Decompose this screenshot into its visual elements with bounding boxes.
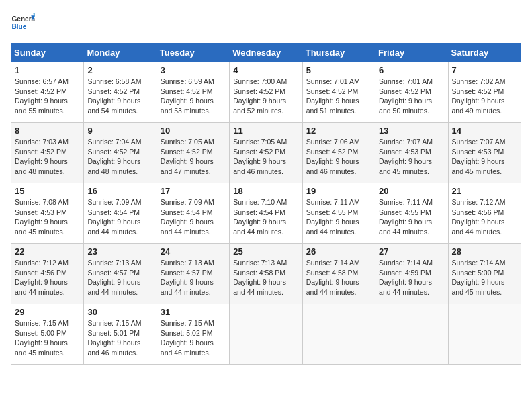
- day-detail: Sunrise: 7:13 AMSunset: 4:57 PMDaylight:…: [87, 259, 141, 296]
- day-number: 2: [87, 65, 152, 75]
- calendar-cell: 13 Sunrise: 7:07 AMSunset: 4:53 PMDaylig…: [375, 123, 448, 183]
- day-number: 12: [306, 126, 371, 136]
- day-number: 13: [379, 126, 444, 136]
- calendar-cell: 9 Sunrise: 7:04 AMSunset: 4:52 PMDayligh…: [84, 123, 157, 183]
- calendar-cell: 18 Sunrise: 7:10 AMSunset: 4:54 PMDaylig…: [230, 183, 302, 244]
- day-detail: Sunrise: 7:09 AMSunset: 4:54 PMDaylight:…: [161, 198, 214, 236]
- weekday-header-thursday: Thursday: [302, 44, 375, 62]
- calendar-cell: 24 Sunrise: 7:13 AMSunset: 4:57 PMDaylig…: [157, 244, 229, 304]
- day-detail: Sunrise: 7:13 AMSunset: 4:57 PMDaylight:…: [161, 259, 214, 296]
- calendar-week-row: 29 Sunrise: 7:15 AMSunset: 5:00 PMDaylig…: [11, 304, 521, 365]
- calendar-cell: 26 Sunrise: 7:14 AMSunset: 4:58 PMDaylig…: [302, 244, 375, 304]
- calendar-cell: 25 Sunrise: 7:13 AMSunset: 4:58 PMDaylig…: [230, 244, 302, 304]
- calendar-cell: 22 Sunrise: 7:12 AMSunset: 4:56 PMDaylig…: [11, 244, 84, 304]
- calendar-cell: 10 Sunrise: 7:05 AMSunset: 4:52 PMDaylig…: [157, 123, 229, 183]
- day-number: 26: [306, 246, 371, 257]
- day-detail: Sunrise: 7:11 AMSunset: 4:55 PMDaylight:…: [306, 198, 360, 236]
- weekday-header-monday: Monday: [84, 44, 157, 62]
- day-detail: Sunrise: 7:05 AMSunset: 4:52 PMDaylight:…: [161, 138, 214, 175]
- calendar-cell: 19 Sunrise: 7:11 AMSunset: 4:55 PMDaylig…: [302, 183, 375, 244]
- day-number: 4: [233, 65, 298, 75]
- day-number: 8: [15, 126, 80, 136]
- logo-icon: General Blue: [11, 11, 35, 35]
- day-number: 14: [452, 126, 517, 136]
- calendar-table: SundayMondayTuesdayWednesdayThursdayFrid…: [11, 43, 521, 365]
- calendar-cell: 21 Sunrise: 7:12 AMSunset: 4:56 PMDaylig…: [448, 183, 521, 244]
- day-detail: Sunrise: 7:08 AMSunset: 4:53 PMDaylight:…: [15, 198, 69, 236]
- day-detail: Sunrise: 7:15 AMSunset: 5:01 PMDaylight:…: [87, 319, 141, 357]
- day-detail: Sunrise: 6:59 AMSunset: 4:52 PMDaylight:…: [161, 77, 214, 115]
- calendar-cell: 14 Sunrise: 7:07 AMSunset: 4:53 PMDaylig…: [448, 123, 521, 183]
- calendar-cell: [302, 304, 375, 365]
- day-number: 20: [379, 186, 444, 196]
- day-number: 9: [87, 126, 152, 136]
- weekday-header-saturday: Saturday: [448, 44, 521, 62]
- day-number: 11: [233, 126, 298, 136]
- day-detail: Sunrise: 7:12 AMSunset: 4:56 PMDaylight:…: [452, 198, 506, 236]
- day-detail: Sunrise: 7:14 AMSunset: 5:00 PMDaylight:…: [452, 259, 506, 296]
- day-detail: Sunrise: 7:05 AMSunset: 4:52 PMDaylight:…: [233, 138, 287, 175]
- calendar-cell: 3 Sunrise: 6:59 AMSunset: 4:52 PMDayligh…: [157, 62, 229, 123]
- day-number: 24: [161, 246, 226, 257]
- day-detail: Sunrise: 7:09 AMSunset: 4:54 PMDaylight:…: [87, 198, 141, 236]
- day-number: 28: [452, 246, 517, 257]
- day-number: 30: [87, 307, 152, 317]
- day-number: 23: [87, 246, 152, 257]
- calendar-week-row: 22 Sunrise: 7:12 AMSunset: 4:56 PMDaylig…: [11, 244, 521, 304]
- day-number: 10: [161, 126, 226, 136]
- day-detail: Sunrise: 7:01 AMSunset: 4:52 PMDaylight:…: [379, 77, 433, 115]
- day-number: 16: [87, 186, 152, 196]
- day-number: 27: [379, 246, 444, 257]
- day-detail: Sunrise: 7:00 AMSunset: 4:52 PMDaylight:…: [233, 77, 287, 115]
- day-number: 1: [15, 65, 80, 75]
- calendar-cell: 11 Sunrise: 7:05 AMSunset: 4:52 PMDaylig…: [230, 123, 302, 183]
- weekday-header-wednesday: Wednesday: [230, 44, 302, 62]
- calendar-cell: [448, 304, 521, 365]
- day-detail: Sunrise: 7:01 AMSunset: 4:52 PMDaylight:…: [306, 77, 360, 115]
- calendar-cell: 28 Sunrise: 7:14 AMSunset: 5:00 PMDaylig…: [448, 244, 521, 304]
- day-number: 22: [15, 246, 80, 257]
- day-detail: Sunrise: 7:10 AMSunset: 4:54 PMDaylight:…: [233, 198, 287, 236]
- day-detail: Sunrise: 6:57 AMSunset: 4:52 PMDaylight:…: [15, 77, 69, 115]
- calendar-body: 1 Sunrise: 6:57 AMSunset: 4:52 PMDayligh…: [11, 62, 521, 365]
- weekday-header-friday: Friday: [375, 44, 448, 62]
- calendar-cell: 7 Sunrise: 7:02 AMSunset: 4:52 PMDayligh…: [448, 62, 521, 123]
- calendar-cell: 8 Sunrise: 7:03 AMSunset: 4:52 PMDayligh…: [11, 123, 84, 183]
- day-detail: Sunrise: 7:03 AMSunset: 4:52 PMDaylight:…: [15, 138, 69, 175]
- calendar-cell: 31 Sunrise: 7:15 AMSunset: 5:02 PMDaylig…: [157, 304, 229, 365]
- day-number: 15: [15, 186, 80, 196]
- day-number: 18: [233, 186, 298, 196]
- calendar-cell: 1 Sunrise: 6:57 AMSunset: 4:52 PMDayligh…: [11, 62, 84, 123]
- weekday-header-sunday: Sunday: [11, 44, 84, 62]
- day-detail: Sunrise: 7:11 AMSunset: 4:55 PMDaylight:…: [379, 198, 433, 236]
- day-detail: Sunrise: 7:02 AMSunset: 4:52 PMDaylight:…: [452, 77, 506, 115]
- calendar-cell: 29 Sunrise: 7:15 AMSunset: 5:00 PMDaylig…: [11, 304, 84, 365]
- logo: General Blue: [11, 11, 35, 35]
- day-number: 31: [161, 307, 226, 317]
- calendar-cell: 30 Sunrise: 7:15 AMSunset: 5:01 PMDaylig…: [84, 304, 157, 365]
- day-number: 7: [452, 65, 517, 75]
- day-number: 19: [306, 186, 371, 196]
- calendar-cell: 4 Sunrise: 7:00 AMSunset: 4:52 PMDayligh…: [230, 62, 302, 123]
- calendar-cell: 16 Sunrise: 7:09 AMSunset: 4:54 PMDaylig…: [84, 183, 157, 244]
- day-detail: Sunrise: 7:13 AMSunset: 4:58 PMDaylight:…: [233, 259, 287, 296]
- day-number: 5: [306, 65, 371, 75]
- weekday-header-tuesday: Tuesday: [157, 44, 229, 62]
- calendar-cell: 2 Sunrise: 6:58 AMSunset: 4:52 PMDayligh…: [84, 62, 157, 123]
- day-number: 29: [15, 307, 80, 317]
- day-detail: Sunrise: 7:12 AMSunset: 4:56 PMDaylight:…: [15, 259, 69, 296]
- day-detail: Sunrise: 7:15 AMSunset: 5:02 PMDaylight:…: [161, 319, 214, 357]
- day-detail: Sunrise: 7:15 AMSunset: 5:00 PMDaylight:…: [15, 319, 69, 357]
- svg-text:Blue: Blue: [11, 23, 26, 30]
- calendar-cell: 23 Sunrise: 7:13 AMSunset: 4:57 PMDaylig…: [84, 244, 157, 304]
- day-number: 25: [233, 246, 298, 257]
- day-detail: Sunrise: 6:58 AMSunset: 4:52 PMDaylight:…: [87, 77, 141, 115]
- day-detail: Sunrise: 7:14 AMSunset: 4:59 PMDaylight:…: [379, 259, 433, 296]
- calendar-cell: [230, 304, 302, 365]
- calendar-cell: 5 Sunrise: 7:01 AMSunset: 4:52 PMDayligh…: [302, 62, 375, 123]
- calendar-cell: 17 Sunrise: 7:09 AMSunset: 4:54 PMDaylig…: [157, 183, 229, 244]
- calendar-week-row: 8 Sunrise: 7:03 AMSunset: 4:52 PMDayligh…: [11, 123, 521, 183]
- weekday-header-row: SundayMondayTuesdayWednesdayThursdayFrid…: [11, 44, 521, 62]
- calendar-week-row: 1 Sunrise: 6:57 AMSunset: 4:52 PMDayligh…: [11, 62, 521, 123]
- calendar-cell: 27 Sunrise: 7:14 AMSunset: 4:59 PMDaylig…: [375, 244, 448, 304]
